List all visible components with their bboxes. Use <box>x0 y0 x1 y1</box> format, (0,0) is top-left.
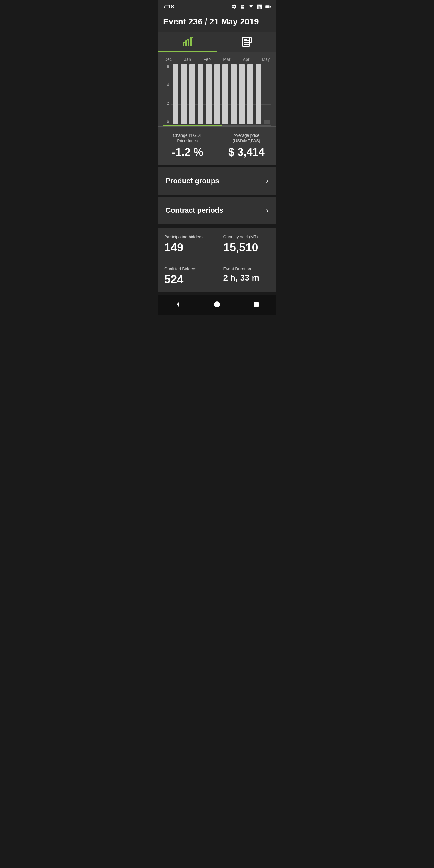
status-time: 7:18 <box>163 4 174 10</box>
quantity-sold-label: Quantity sold (MT) <box>223 235 270 239</box>
svg-rect-9 <box>244 39 247 41</box>
stat-gdt-label: Change in GDTPrice Index <box>163 133 212 144</box>
stat-avg-value: $ 3,414 <box>222 146 271 158</box>
svg-point-7 <box>192 37 193 38</box>
contract-periods-chevron: › <box>266 206 269 215</box>
product-groups-button[interactable]: Product groups › <box>158 167 276 196</box>
svg-rect-2 <box>265 5 270 8</box>
bar-apr-1 <box>239 64 245 124</box>
bar-feb-1 <box>206 64 212 124</box>
page-title: Event 236 / 21 May 2019 <box>163 17 271 27</box>
page-header: Event 236 / 21 May 2019 <box>158 13 276 32</box>
signal-icon <box>256 4 262 10</box>
quantity-sold-value: 15,510 <box>223 241 270 254</box>
bar-may-neg <box>264 120 270 124</box>
tab-news[interactable] <box>217 32 276 52</box>
stat-avg-label: Average price(USD/MT,FAS) <box>222 133 271 144</box>
bar-jan-1 <box>189 64 195 124</box>
y-label-6: 6 <box>163 64 169 69</box>
info-cell-quantity-sold: Quantity sold (MT) 15,510 <box>217 228 276 260</box>
info-grid: Participating bidders 149 Quantity sold … <box>158 228 276 292</box>
svg-point-16 <box>214 301 220 307</box>
info-cell-qualified-bidders: Qualified Bidders 524 <box>158 260 217 292</box>
svg-rect-8 <box>242 37 250 46</box>
y-label-2: 2 <box>163 101 169 105</box>
chart-section: Dec Jan Feb Mar Apr May 0 2 4 6 <box>158 52 276 126</box>
bars-area <box>172 64 271 124</box>
month-may: May <box>262 57 270 62</box>
participating-bidders-label: Participating bidders <box>164 235 211 239</box>
bar-may-1 <box>255 64 261 124</box>
qualified-bidders-value: 524 <box>164 273 211 286</box>
svg-rect-14 <box>250 37 251 43</box>
stat-gdt-price: Change in GDTPrice Index -1.2 % <box>158 127 217 164</box>
tab-chart[interactable] <box>158 32 217 52</box>
qualified-bidders-label: Qualified Bidders <box>164 267 211 271</box>
nav-home-button[interactable] <box>211 299 223 310</box>
info-cell-participating-bidders: Participating bidders 149 <box>158 228 217 260</box>
month-dec: Dec <box>164 57 172 62</box>
stat-gdt-value: -1.2 % <box>163 146 212 158</box>
bar-chart: 0 2 4 6 <box>163 64 271 124</box>
svg-rect-17 <box>254 302 258 307</box>
nav-section: Product groups › Contract periods › <box>158 167 276 226</box>
bar-feb-2 <box>214 64 220 124</box>
stat-avg-price: Average price(USD/MT,FAS) $ 3,414 <box>217 127 276 164</box>
y-label-0: 0 <box>163 119 169 124</box>
nav-back-button[interactable] <box>172 299 184 310</box>
contract-periods-label: Contract periods <box>165 206 223 215</box>
bar-jan-2 <box>198 64 204 124</box>
wifi-icon <box>248 4 254 10</box>
bar-dec-2 <box>181 64 187 124</box>
info-row-2: Qualified Bidders 524 Event Duration 2 h… <box>158 260 276 292</box>
bar-apr-2 <box>247 64 253 124</box>
status-icons <box>231 4 271 10</box>
settings-icon <box>231 4 237 10</box>
bottom-nav <box>158 295 276 315</box>
product-groups-chevron: › <box>266 177 269 185</box>
event-duration-value: 2 h, 33 m <box>223 273 270 283</box>
info-row-1: Participating bidders 149 Quantity sold … <box>158 228 276 260</box>
svg-rect-1 <box>270 6 271 7</box>
info-cell-event-duration: Event Duration 2 h, 33 m <box>217 260 276 292</box>
svg-marker-15 <box>177 302 179 307</box>
month-feb: Feb <box>204 57 211 62</box>
chart-months: Dec Jan Feb Mar Apr May <box>163 57 271 62</box>
event-duration-label: Event Duration <box>223 267 270 271</box>
status-bar: 7:18 <box>158 0 276 13</box>
month-jan: Jan <box>184 57 191 62</box>
participating-bidders-value: 149 <box>164 241 211 254</box>
sd-card-icon <box>240 4 246 10</box>
bar-mar-1 <box>222 64 228 124</box>
bar-mar-2 <box>231 64 237 124</box>
stats-section: Change in GDTPrice Index -1.2 % Average … <box>158 126 276 164</box>
nav-recent-button[interactable] <box>250 299 262 310</box>
product-groups-label: Product groups <box>165 177 219 185</box>
month-mar: Mar <box>223 57 230 62</box>
contract-periods-button[interactable]: Contract periods › <box>158 196 276 226</box>
y-label-4: 4 <box>163 83 169 87</box>
bar-dec-1 <box>173 64 179 124</box>
bars-wrapper <box>172 64 271 124</box>
y-axis-labels: 0 2 4 6 <box>163 64 169 124</box>
month-apr: Apr <box>243 57 250 62</box>
tab-bar <box>158 32 276 52</box>
battery-icon <box>265 4 271 10</box>
